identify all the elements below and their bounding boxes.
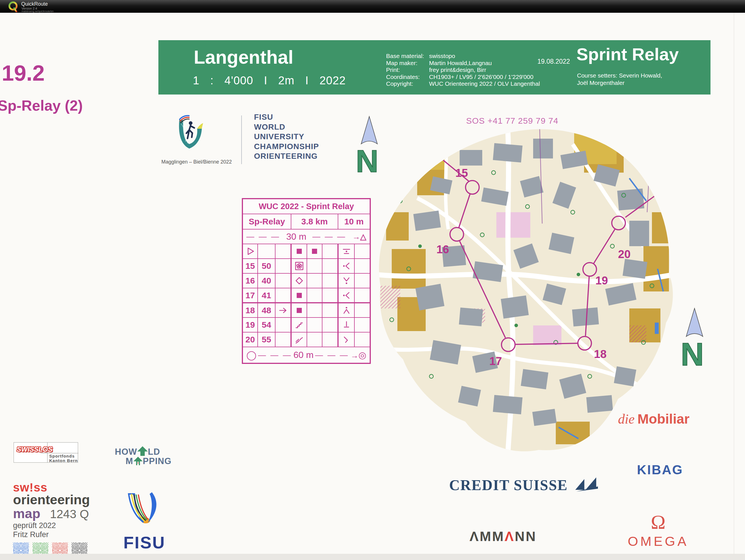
fisu-logo-icon	[124, 492, 166, 527]
empty-cell	[275, 244, 291, 259]
empty-cell	[307, 332, 322, 347]
mobiliar-die: die	[618, 411, 635, 427]
empty-cell	[322, 317, 338, 332]
divider	[47, 442, 47, 462]
empty-cell	[354, 332, 370, 347]
control-cell: 20	[242, 332, 258, 347]
empty-cell	[258, 244, 275, 259]
symbol-peakdot	[338, 303, 354, 317]
leg-number: 19.2	[2, 60, 45, 86]
course-setters: Course setters: Severin Howald, Joël Mor…	[577, 72, 662, 87]
mobiliar-logo: dieMobiliar	[618, 411, 689, 427]
omega-symbol: Ω	[626, 513, 691, 532]
fisu-caption: Magglingen – Biel/Bienne 2022	[158, 159, 235, 165]
empty-cell	[322, 303, 338, 317]
map-document: 19.2 Sp-Relay (2) Langenthal 1 : 4'000 I…	[0, 13, 745, 560]
symbol-stairs	[291, 317, 307, 332]
symbol-dotleft	[338, 259, 354, 273]
control-cell: 19	[242, 317, 258, 332]
dashes: — — —	[258, 351, 292, 360]
dashes: — — —	[313, 232, 347, 241]
empty-cell	[322, 259, 338, 273]
course-setters-line1: Course setters: Severin Howald,	[577, 72, 662, 79]
fisu-line: FISU	[254, 112, 319, 122]
fisu-line: WORLD	[254, 122, 319, 132]
sportfonds-line: Sportfonds	[49, 454, 78, 459]
empty-cell	[322, 288, 338, 303]
start-distance: 30 m	[286, 231, 306, 242]
finish-circle-glyph: ◎	[358, 350, 366, 360]
kibag-logo: KIBAG	[637, 462, 683, 477]
credit-value: Martin Howald,Langnau	[429, 60, 492, 67]
credit-value: frey print&design, Birr	[429, 66, 486, 73]
empty-cell	[307, 273, 322, 288]
credit-value: swisstopo	[429, 53, 455, 60]
omega-logo: Ω OMEGA	[626, 513, 691, 549]
control-cell: 40	[258, 273, 275, 288]
swiss-orienteering-map-label: sw!ss orienteering map 1243 Q geprüft 20…	[13, 482, 90, 558]
howald-text: LD	[148, 447, 160, 457]
control-cell: 41	[258, 288, 275, 303]
fisu-line: UNIVERSITY	[254, 132, 319, 142]
course-setters-line2: Joël Morgenthaler	[577, 79, 662, 87]
empty-cell	[307, 288, 322, 303]
som-map: map	[13, 506, 40, 521]
ammann-logo: ΛMMΛNN	[469, 529, 537, 544]
control-cell: 18	[242, 303, 258, 317]
som-swiss: sw!ss	[13, 482, 90, 493]
empty-cell	[275, 332, 291, 347]
empty-cell	[275, 259, 291, 273]
symbol-arrow	[275, 303, 291, 317]
credit-suisse-sails-icon	[573, 477, 598, 496]
empty-cell	[322, 244, 338, 259]
sos-phone: SOS +41 77 259 79 74	[466, 116, 558, 126]
empty-cell	[322, 273, 338, 288]
control-number: 20	[618, 248, 631, 260]
scan-edge	[0, 554, 745, 560]
symbol-crossing	[291, 332, 307, 347]
ammann-part: NN	[515, 529, 537, 544]
dashes: — — —	[246, 232, 280, 241]
control-number: 18	[594, 348, 607, 360]
course-name: Sp-Relay	[242, 214, 291, 229]
swisslos-logo: SWISSLOS Sportfonds Kanton Bern	[13, 442, 78, 463]
empty-cell	[275, 273, 291, 288]
map-scale: 1 : 4'000 I 2m I 2022	[193, 74, 346, 87]
map-date: 19.08.2022	[538, 58, 570, 65]
finish-distance-row: ◯ — — — 60 m — — — →◎	[242, 347, 370, 363]
start-distance-row: — — — 30 m — — — →△	[242, 229, 370, 244]
sportfonds-line: Kanton Bern	[49, 459, 78, 463]
north-arrow-icon: N	[678, 307, 711, 368]
empty-cell	[322, 332, 338, 347]
control-number: 19	[595, 274, 608, 287]
control-cell: 16	[242, 273, 258, 288]
control-descriptions: WUC 2022 - Sprint Relay Sp-Relay 3.8 km …	[242, 198, 371, 364]
symbol-diamond	[291, 273, 307, 288]
symbol-forkdot	[338, 273, 354, 288]
arrow-glyph: →	[352, 232, 360, 241]
empty-cell	[354, 317, 370, 332]
course-climb: 10 m	[338, 214, 370, 229]
control-cell: 54	[258, 317, 275, 332]
credit-suisse-logo: CREDIT SUISSE	[449, 477, 598, 496]
symbol-start	[242, 244, 258, 259]
howald-text: HOW	[115, 447, 137, 457]
quickroute-window: QuickRoute Version 2.4 matstroeng.se/qui…	[0, 0, 745, 560]
empty-cell	[354, 288, 370, 303]
symbol-tee	[338, 317, 354, 332]
titlebar: QuickRoute Version 2.4 matstroeng.se/qui…	[0, 0, 745, 13]
quickroute-logo-icon	[7, 1, 19, 12]
fisu-wordmark: FISU WORLD UNIVERSITY CHAMPIONSHIP ORIEN…	[254, 112, 319, 161]
empty-cell	[354, 259, 370, 273]
fisu-line: CHAMPIONSHIP	[254, 142, 319, 152]
control-number: 17	[489, 355, 502, 367]
howald-text: M	[126, 456, 133, 466]
empty-cell	[354, 303, 370, 317]
howald-text: PPING	[143, 456, 171, 466]
fisu-wuc-logo-icon	[173, 112, 207, 155]
credit-value: WUC Orienteering 2022 / OLV Langenthal	[429, 81, 540, 88]
howald-mapping-logo: HOWLD MPPING	[115, 446, 171, 466]
house-icon	[137, 446, 148, 456]
leg-name: Sp-Relay (2)	[0, 97, 83, 114]
som-checked: geprüft 2022	[13, 521, 90, 530]
